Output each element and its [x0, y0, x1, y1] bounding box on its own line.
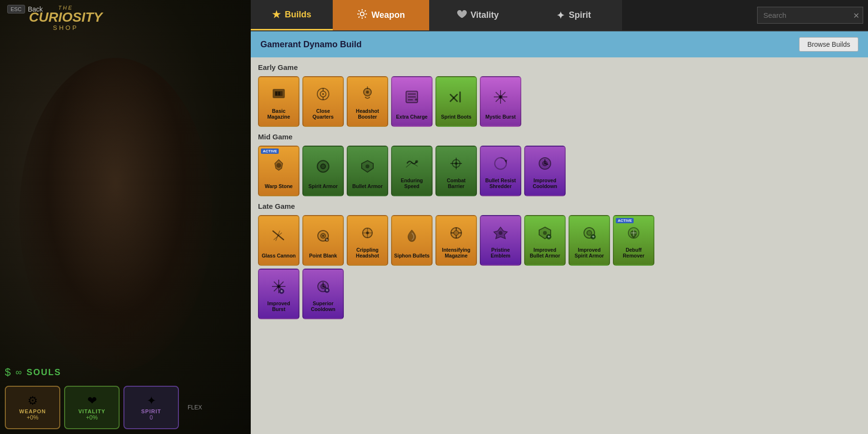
item-intensifying-magazine[interactable]: Intensifying Magazine: [435, 215, 477, 266]
svg-point-77: [277, 285, 281, 288]
spirit-stat-value: 0: [149, 414, 153, 421]
weapon-gear-icon: [357, 9, 367, 22]
svg-point-53: [366, 231, 369, 234]
item-basic-magazine[interactable]: Basic Magazine: [258, 76, 299, 127]
mid-game-title: Mid Game: [258, 133, 861, 141]
item-close-quarters[interactable]: Close Quarters: [302, 76, 344, 127]
tab-builds-label: Builds: [285, 10, 311, 20]
pristine-emblem-label: Pristine Emblem: [483, 247, 518, 259]
spirit-armor-label: Spirit Armor: [309, 183, 338, 190]
bullet-resist-icon: [483, 149, 518, 177]
svg-text:+: +: [592, 234, 595, 239]
svg-point-31: [366, 164, 369, 168]
close-quarters-icon: [305, 80, 341, 108]
item-bullet-resist-shredder[interactable]: Bullet Resist Shredder: [480, 146, 521, 196]
esc-badge: ESC: [7, 5, 25, 14]
extra-charge-label: Extra Charge: [396, 114, 427, 120]
item-mystic-burst[interactable]: Mystic Burst: [480, 76, 521, 127]
point-blank-icon: +: [305, 219, 341, 253]
spirit-stat-label: SPIRIT: [141, 408, 161, 414]
item-crippling-headshot[interactable]: Crippling Headshot: [347, 215, 388, 266]
item-improved-burst[interactable]: + Improved Burst: [258, 269, 299, 319]
svg-text:+: +: [415, 97, 418, 102]
intensifying-magazine-icon: [438, 219, 474, 247]
tab-bar: ★ Builds Weapon Vitality ✦ Spirit: [251, 0, 868, 31]
item-siphon-bullets[interactable]: Siphon Bullets: [391, 215, 433, 266]
bullet-armor-label: Bullet Armor: [352, 183, 382, 190]
svg-point-11: [366, 91, 369, 94]
souls-row: $ ∞ SOULS: [5, 366, 246, 379]
item-superior-cooldown[interactable]: + Superior Cooldown: [302, 269, 344, 319]
svg-text:+: +: [326, 287, 328, 292]
tab-vitality[interactable]: Vitality: [429, 0, 526, 30]
item-warp-stone[interactable]: ACTIVE Warp Stone: [258, 146, 299, 196]
search-input[interactable]: [757, 7, 863, 24]
logo-curiosity: CURIOSITY: [29, 11, 102, 24]
warp-stone-label: Warp Stone: [265, 183, 293, 190]
item-improved-bullet-armor[interactable]: + Improved Bullet Armor: [524, 215, 566, 266]
headshot-booster-icon: [350, 80, 385, 108]
bullet-armor-icon: [350, 149, 385, 183]
item-point-blank[interactable]: + Point Blank: [302, 215, 344, 266]
item-enduring-speed[interactable]: Enduring Speed: [391, 146, 433, 196]
sprint-boots-label: Sprint Boots: [441, 114, 472, 120]
background-scene: ESC Back THE CURIOSITY SHOP $ ∞ SOULS ⚙ …: [0, 0, 251, 434]
vitality-stat-icon: ❤: [87, 394, 97, 407]
debuff-remover-label: Debuff Remover: [616, 247, 651, 259]
glass-cannon-label: Glass Cannon: [262, 253, 296, 259]
tab-spirit[interactable]: ✦ Spirit: [526, 0, 622, 30]
svg-point-27: [276, 163, 281, 168]
improved-bullet-armor-icon: +: [527, 219, 563, 247]
svg-point-0: [360, 12, 364, 16]
svg-point-63: [543, 231, 547, 235]
late-game-items-row2: + Improved Burst: [258, 269, 861, 319]
item-bullet-armor[interactable]: Bullet Armor: [347, 146, 388, 196]
late-game-items: Glass Cannon +: [258, 215, 861, 266]
late-game-section: Late Game Glass Cannon: [258, 202, 861, 319]
extra-charge-icon: +: [394, 80, 430, 114]
search-input-wrap: ✕: [757, 7, 863, 24]
svg-point-67: [587, 231, 592, 235]
mid-game-items: ACTIVE Warp Stone: [258, 146, 861, 196]
search-area: ✕: [757, 0, 868, 30]
item-improved-spirit-armor[interactable]: + Improved Spirit Armor: [569, 215, 610, 266]
spirit-stat-box: ✦ SPIRIT 0: [123, 386, 179, 429]
svg-rect-4: [278, 92, 280, 95]
item-headshot-booster[interactable]: Headshot Booster: [347, 76, 388, 127]
crippling-headshot-icon: [350, 219, 385, 247]
item-glass-cannon[interactable]: Glass Cannon: [258, 215, 299, 266]
item-debuff-remover[interactable]: ACTIVE Debuff Remover: [613, 215, 654, 266]
vitality-heart-icon: [456, 9, 467, 22]
weapon-stat-icon: ⚙: [27, 394, 38, 407]
svg-point-55: [454, 231, 459, 235]
vitality-stat-box: ❤ VITALITY +0%: [64, 386, 120, 429]
flex-label: FLEX: [188, 404, 202, 411]
tab-vitality-label: Vitality: [471, 10, 499, 20]
item-pristine-emblem[interactable]: Pristine Emblem: [480, 215, 521, 266]
tab-spirit-label: Spirit: [569, 10, 591, 20]
superior-cooldown-label: Superior Cooldown: [305, 300, 341, 312]
browse-builds-button[interactable]: Browse Builds: [799, 37, 858, 52]
item-combat-barrier[interactable]: Combat Barrier: [435, 146, 477, 196]
svg-point-25: [499, 95, 502, 99]
item-spirit-armor[interactable]: Spirit Armor: [302, 146, 344, 196]
improved-cooldown-icon: [527, 149, 563, 177]
svg-point-47: [322, 235, 324, 237]
item-sprint-boots[interactable]: Sprint Boots: [435, 76, 477, 127]
mystic-burst-icon: [483, 80, 518, 114]
siphon-bullets-icon: [394, 219, 430, 253]
pristine-emblem-icon: [483, 219, 518, 247]
vitality-stat-label: VITALITY: [78, 408, 105, 414]
top-left-ui: ESC Back THE CURIOSITY SHOP: [0, 0, 251, 18]
bottom-left-stats: $ ∞ SOULS ⚙ WEAPON +0% ❤ VITALITY +0% ✦ …: [5, 366, 246, 429]
tab-weapon[interactable]: Weapon: [333, 0, 429, 30]
build-header: Gamerant Dynamo Build Browse Builds: [251, 31, 868, 57]
logo-shop: SHOP: [29, 24, 102, 31]
search-clear-icon[interactable]: ✕: [853, 11, 859, 20]
tab-builds[interactable]: ★ Builds: [251, 0, 333, 30]
builds-star-icon: ★: [272, 9, 281, 20]
svg-point-32: [415, 160, 418, 163]
item-extra-charge[interactable]: + Extra Charge: [391, 76, 433, 127]
item-improved-cooldown[interactable]: Improved Cooldown: [524, 146, 566, 196]
improved-burst-icon: +: [261, 272, 297, 300]
